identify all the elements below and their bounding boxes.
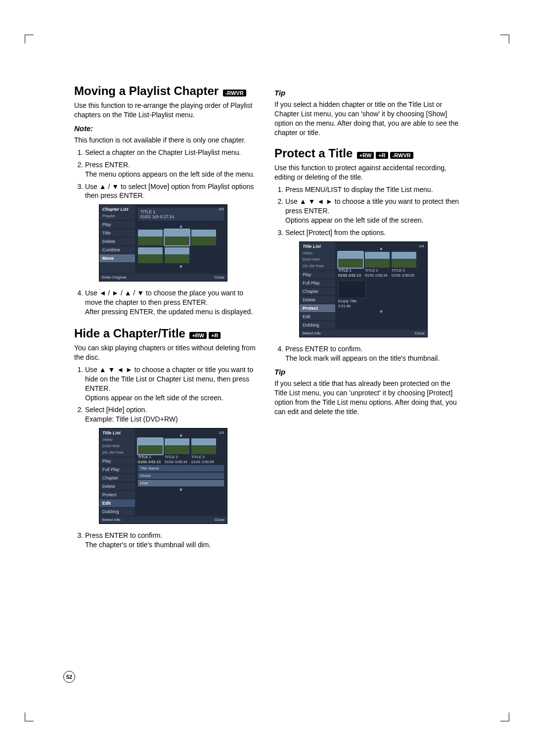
- shot-side-menu: Play Full Play Chapter Delete Protect Ed…: [99, 457, 135, 516]
- title-cell: TITLE 3 01/01 0:00:05: [392, 252, 416, 278]
- empty-thumbnail: [338, 281, 366, 298]
- shot-free-space: 2G 1M Free: [99, 450, 135, 457]
- tip-body: If you select a hidden chapter or title …: [274, 100, 460, 138]
- badge-rw: +RW: [357, 152, 374, 159]
- tip-heading: Tip: [274, 367, 460, 377]
- page-content: Moving a Playlist Chapter -RWVR Use this…: [74, 84, 460, 560]
- menu-item: Play: [99, 220, 135, 229]
- shot-count: 1/4: [219, 430, 224, 435]
- note-heading: Note:: [74, 124, 260, 134]
- section-moving-chapter: Moving a Playlist Chapter -RWVR Use this…: [74, 84, 260, 317]
- shot-side-menu: Play Full Play Chapter Delete Protect Ed…: [300, 270, 335, 329]
- heading-protect: Protect a Title: [274, 146, 353, 160]
- shot-subtitle: Playlist: [99, 214, 135, 220]
- screenshot-chapter-list: Chapter List Playlist Play Title Delete …: [99, 204, 227, 282]
- thumbnail: [392, 252, 416, 268]
- shot-footer-right: Close: [415, 331, 425, 335]
- step: Use ▲ ▼ ◄ ► to choose a title you want t…: [285, 197, 460, 225]
- crop-mark: [500, 712, 509, 721]
- menu-item: Delete: [99, 237, 135, 245]
- thumbnail-selected: [165, 230, 189, 245]
- steps-moving-1: Select a chapter on the Chapter List-Pla…: [74, 148, 260, 200]
- steps-hide-1: Use ▲ ▼ ◄ ► to choose a chapter or title…: [74, 365, 260, 424]
- tip-heading: Tip: [274, 88, 460, 98]
- thumbnail: [338, 252, 363, 268]
- right-column: Tip If you select a hidden chapter or ti…: [274, 84, 460, 560]
- title-cell: TITLE 3 01/01 0:00:05: [191, 438, 216, 464]
- crop-mark: [500, 35, 509, 44]
- heading-moving: Moving a Playlist Chapter: [74, 84, 219, 97]
- menu-item: Play: [300, 270, 335, 279]
- crop-mark: [25, 35, 34, 44]
- step: Use ▲ ▼ ◄ ► to choose a chapter or title…: [85, 365, 260, 403]
- crop-mark: [25, 712, 34, 721]
- shot-count: 1/4: [419, 244, 424, 248]
- step: Select a chapter on the Chapter List-Pla…: [85, 148, 260, 157]
- intro-moving: Use this function to re-arrange the play…: [74, 101, 260, 120]
- section-protect-title: Protect a Title +RW +R -RWVR Use this fu…: [274, 146, 460, 417]
- menu-item-selected: Protect: [300, 304, 335, 312]
- pager-up-icon: ▲: [338, 245, 424, 252]
- menu-item: Dubbing: [300, 321, 335, 329]
- shot-footer-left: Select Info: [102, 518, 121, 522]
- shot-title: Chapter List: [99, 205, 135, 214]
- menu-item: Delete: [300, 295, 335, 304]
- thumbnail: [165, 247, 189, 263]
- menu-item: Dubbing: [99, 507, 135, 516]
- step: Press ENTER to confirm.The chapter's or …: [85, 531, 260, 550]
- note-body: This function is not available if there …: [74, 136, 260, 145]
- step: Press ENTER.The menu options appears on …: [85, 160, 260, 179]
- intro-hide: You can skip playing chapters or titles …: [74, 343, 260, 362]
- menu-item: Full Play: [300, 279, 335, 287]
- shot-info: TITLE 1 01/01 1ch 0:17:14: [138, 208, 224, 221]
- badge-r: +R: [376, 152, 388, 159]
- badges-hide: +RW +R: [189, 332, 221, 339]
- thumbnail: [165, 438, 189, 454]
- shot-title: Title List: [300, 242, 335, 251]
- shot-side-menu: Play Title Delete Combine Move: [99, 220, 135, 273]
- intro-protect: Use this function to protect against acc…: [274, 163, 460, 182]
- steps-hide-2: Press ENTER to confirm.The chapter's or …: [74, 531, 260, 550]
- shot-footer-left: Select Info: [302, 331, 321, 335]
- menu-item: Full Play: [99, 465, 135, 473]
- step: Use ▲ / ▼ to select [Move] option from P…: [85, 182, 260, 201]
- menu-item-selected: Edit: [99, 499, 135, 507]
- menu-item: Chapter: [99, 473, 135, 482]
- thumbnail: [191, 438, 216, 454]
- menu-item: Protect: [99, 490, 135, 499]
- badge-r: +R: [209, 332, 221, 339]
- step: Select [Protect] from the options.: [285, 228, 460, 237]
- menu-item: Combine: [99, 245, 135, 254]
- page-number: 52: [63, 671, 75, 683]
- edit-submenu-item: Divide: [138, 472, 224, 479]
- badges-protect: +RW +R -RWVR: [357, 152, 413, 159]
- shot-footer-right: Close: [215, 275, 224, 280]
- step: Press ENTER to confirm.The lock mark wil…: [285, 344, 460, 363]
- screenshot-title-list-protect: Title List Video DVD+RW 2G 1M Free Play …: [299, 241, 428, 337]
- menu-item: Title: [99, 229, 135, 237]
- title-cell-selected: TITLE 1 01/01 0:01:13: [338, 252, 363, 278]
- screenshot-title-list-hide: Title List Video DVD+RW 2G 1M Free Play …: [99, 428, 227, 524]
- thumbnail: [191, 230, 216, 245]
- menu-item-selected: Move: [99, 254, 135, 262]
- pager-down-icon: ▼: [138, 263, 224, 270]
- badge-rwvr: -RWVR: [390, 152, 413, 159]
- thumbnail: [138, 230, 163, 245]
- tip-body: If you select a title that has already b…: [274, 379, 460, 417]
- empty-title-cell: Empty Title 2:51:00: [338, 281, 366, 308]
- badge-rw: +RW: [189, 332, 207, 339]
- pager-down-icon: ▼: [338, 308, 424, 315]
- pager-down-icon: ▼: [138, 486, 224, 493]
- left-column: Moving a Playlist Chapter -RWVR Use this…: [74, 84, 260, 560]
- steps-protect-1: Press MENU/LIST to display the Title Lis…: [274, 185, 460, 237]
- menu-item: Chapter: [300, 287, 335, 295]
- step: Select [Hide] option.Example: Title List…: [85, 405, 260, 424]
- thumbnail: [365, 252, 390, 268]
- shot-count: 2/5: [219, 207, 224, 211]
- menu-item: Play: [99, 457, 135, 465]
- steps-protect-2: Press ENTER to confirm.The lock mark wil…: [274, 344, 460, 363]
- steps-moving-2: Use ◄ / ► / ▲ / ▼ to choose the place yo…: [74, 288, 260, 317]
- edit-submenu-item: Title Name: [138, 465, 224, 472]
- badges-moving: -RWVR: [223, 90, 246, 96]
- thumbnail: [138, 247, 163, 263]
